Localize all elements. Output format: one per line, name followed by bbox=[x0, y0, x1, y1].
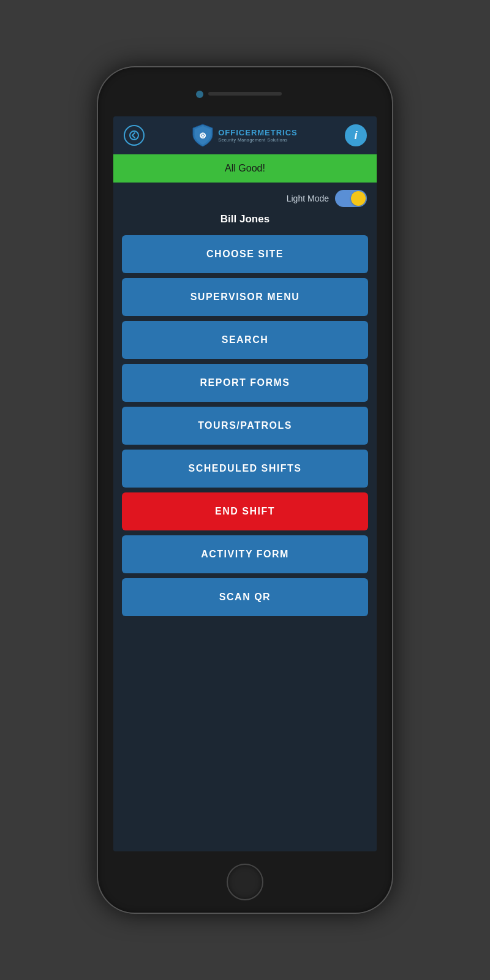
status-bar: All Good! bbox=[113, 154, 377, 183]
end-shift-button[interactable]: END SHIFT bbox=[122, 492, 368, 530]
user-name: Bill Jones bbox=[123, 213, 367, 225]
logo-sub-text: Security Management Solutions bbox=[218, 138, 298, 142]
phone-device: ⊛ OFFICERMETRICS Security Management Sol… bbox=[98, 67, 392, 913]
scheduled-shifts-button[interactable]: SCHEDULED SHIFTS bbox=[122, 450, 368, 488]
supervisor-menu-button[interactable]: SUPERVISOR MENU bbox=[122, 278, 368, 316]
phone-bottom-bar bbox=[98, 851, 392, 913]
menu-buttons: CHOOSE SITE SUPERVISOR MENU SEARCH REPOR… bbox=[113, 230, 377, 851]
tours-patrols-button[interactable]: TOURS/PATROLS bbox=[122, 407, 368, 445]
search-button[interactable]: SEARCH bbox=[122, 321, 368, 359]
activity-form-button[interactable]: ACTIVITY FORM bbox=[122, 535, 368, 573]
scan-qr-button[interactable]: SCAN QR bbox=[122, 578, 368, 616]
user-section: Light Mode Bill Jones bbox=[113, 183, 377, 230]
phone-top-bar bbox=[98, 67, 392, 116]
back-icon[interactable] bbox=[124, 125, 145, 146]
info-button[interactable]: i bbox=[345, 124, 367, 146]
choose-site-button[interactable]: CHOOSE SITE bbox=[122, 235, 368, 273]
status-text: All Good! bbox=[123, 163, 367, 174]
toggle-knob bbox=[351, 191, 366, 206]
svg-point-0 bbox=[130, 131, 138, 140]
svg-text:⊛: ⊛ bbox=[199, 130, 206, 140]
back-button[interactable] bbox=[123, 124, 145, 146]
phone-speaker bbox=[208, 92, 282, 96]
phone-screen: ⊛ OFFICERMETRICS Security Management Sol… bbox=[113, 116, 377, 851]
shield-icon: ⊛ bbox=[192, 124, 213, 147]
logo-brand: OFFICERMETRICS bbox=[218, 129, 298, 137]
app-logo: ⊛ OFFICERMETRICS Security Management Sol… bbox=[192, 124, 298, 147]
light-mode-toggle[interactable] bbox=[335, 190, 367, 207]
front-camera bbox=[196, 91, 203, 98]
report-forms-button[interactable]: REPORT FORMS bbox=[122, 364, 368, 402]
light-mode-row: Light Mode bbox=[287, 190, 367, 207]
home-button[interactable] bbox=[227, 864, 263, 900]
logo-text: OFFICERMETRICS Security Management Solut… bbox=[218, 129, 298, 142]
light-mode-label: Light Mode bbox=[287, 194, 329, 203]
app-header: ⊛ OFFICERMETRICS Security Management Sol… bbox=[113, 116, 377, 154]
